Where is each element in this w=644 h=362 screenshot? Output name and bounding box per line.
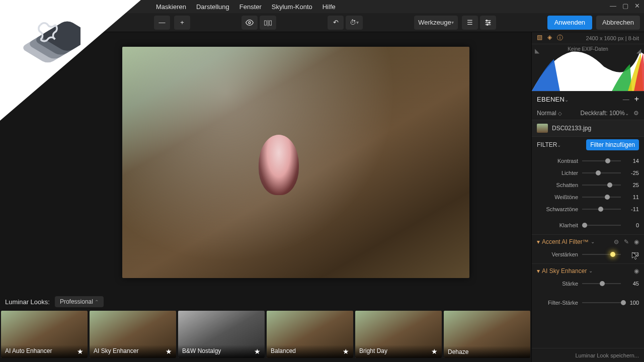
shadow-clip-icon[interactable]: ◣: [535, 47, 539, 54]
close-icon[interactable]: ✕: [634, 2, 640, 10]
back-button[interactable]: —: [154, 16, 170, 30]
slider-kontrast[interactable]: Kontrast 14: [532, 155, 644, 167]
right-panel: ▧ ◈ ⓘ 2400 x 1600 px | 8-bit Keine EXIF-…: [531, 32, 644, 362]
menu-item[interactable]: Maskieren: [156, 3, 186, 11]
add-layer-icon[interactable]: +: [634, 95, 639, 103]
look-preset[interactable]: B&W Nostalgy★: [178, 311, 265, 358]
slider-schwarztöne[interactable]: Schwarztöne -11: [532, 203, 644, 215]
look-preset[interactable]: AI Sky Enhancer★: [90, 311, 176, 358]
histogram[interactable]: Keine EXIF-Daten ◣ ◢: [532, 44, 644, 92]
slider-verstärken[interactable]: Verstärken 73: [532, 248, 644, 260]
gear-icon[interactable]: ⚙: [633, 110, 639, 117]
brush-icon[interactable]: ✎: [624, 238, 629, 245]
slider-klarheit[interactable]: Klarheit 0: [532, 219, 644, 231]
image-canvas[interactable]: [0, 32, 531, 293]
svg-point-4: [486, 20, 488, 21]
ai-sky-enhancer-header[interactable]: ▾ AI Sky Enhancer ⌄ ◉: [532, 263, 644, 278]
filter-title: FILTER⌄: [537, 141, 561, 148]
layers-tab-icon[interactable]: ◈: [547, 34, 552, 42]
layer-row[interactable]: DSC02133.jpg: [532, 120, 644, 137]
slider-lichter[interactable]: Lichter -25: [532, 167, 644, 179]
blend-mode-dropdown[interactable]: Normal ◇: [537, 110, 562, 117]
svg-point-0: [249, 22, 251, 24]
ebenen-title: EBENEN⌄: [537, 96, 569, 103]
menu-item[interactable]: Skylum-Konto: [272, 3, 312, 11]
looks-strip[interactable]: AI Auto Enhancer★ AI Sky Enhancer★ B&W N…: [0, 311, 531, 362]
layer-name: DSC02133.jpg: [552, 125, 591, 132]
collapse-layers-icon[interactable]: —: [623, 96, 629, 103]
save-look-button[interactable]: Luminar Look speichern...: [575, 352, 639, 358]
slider-filter-stärke[interactable]: Filter-Stärke 100: [532, 297, 644, 309]
highlight-clip-icon[interactable]: ◢: [636, 47, 641, 54]
compare-button[interactable]: ▯|▯: [260, 16, 276, 30]
cancel-button[interactable]: Abbrechen: [596, 16, 640, 30]
edited-photo: [122, 47, 469, 278]
look-preset[interactable]: Dehaze: [444, 311, 530, 358]
minimize-icon[interactable]: —: [610, 2, 616, 10]
layer-thumb: [537, 124, 548, 133]
maximize-icon[interactable]: ▢: [622, 2, 628, 10]
looks-category-dropdown[interactable]: Professional ⌃: [55, 296, 104, 307]
look-preset[interactable]: Balanced★: [267, 311, 353, 358]
look-preset[interactable]: Bright Day★: [355, 311, 442, 358]
info-tab-icon[interactable]: ⓘ: [557, 34, 563, 42]
svg-point-6: [487, 24, 488, 25]
look-preset[interactable]: AI Auto Enhancer★: [1, 311, 88, 358]
opacity-value[interactable]: 100%: [609, 110, 625, 117]
slider-stärke[interactable]: Stärke 45: [532, 278, 644, 290]
undo-button[interactable]: ↶: [328, 16, 344, 30]
reset-icon[interactable]: ⊖: [614, 238, 619, 245]
menu-item[interactable]: Hilfe: [323, 3, 336, 11]
history-button[interactable]: ⏱ ▾: [346, 16, 363, 30]
apply-button[interactable]: Anwenden: [547, 16, 592, 30]
svg-point-5: [489, 22, 490, 23]
presets-panel-icon[interactable]: ☰: [462, 16, 478, 30]
looks-label: Luminar Looks:: [5, 298, 50, 306]
adjust-panel-icon[interactable]: [480, 16, 496, 30]
werkzeuge-dropdown[interactable]: Werkzeuge ▾: [414, 16, 458, 30]
slider-schatten[interactable]: Schatten 25: [532, 179, 644, 191]
histogram-tab-icon[interactable]: ▧: [537, 34, 542, 42]
menu-item[interactable]: Darstellung: [196, 3, 229, 11]
eye-preview-button[interactable]: [242, 16, 258, 30]
eye-icon[interactable]: ◉: [634, 267, 639, 275]
eye-icon[interactable]: ◉: [634, 238, 639, 245]
add-layer-button[interactable]: +: [174, 16, 190, 30]
accent-ai-filter-header[interactable]: ▾ Accent AI Filter™ ⌄ ⊖✎◉: [532, 234, 644, 248]
menu-item[interactable]: Fenster: [239, 3, 262, 11]
add-filter-button[interactable]: Filter hinzufügen: [586, 139, 639, 150]
slider-weißtöne[interactable]: Weißtöne 11: [532, 191, 644, 203]
